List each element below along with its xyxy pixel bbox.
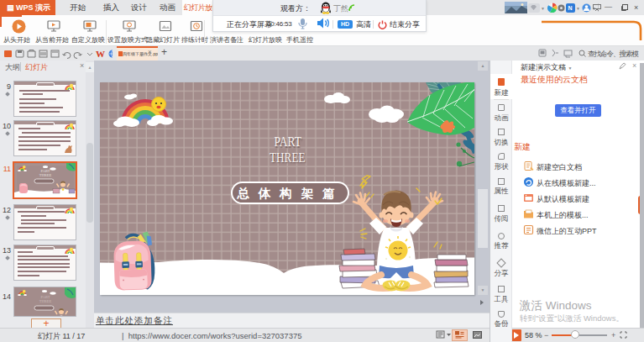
svg-text:THREE: THREE xyxy=(39,173,52,177)
svg-text:THREE: THREE xyxy=(39,299,52,303)
svg-text:总体构架篇: 总体构架篇 xyxy=(236,187,344,200)
svg-text:W: W xyxy=(96,49,105,59)
svg-text:THREE: THREE xyxy=(270,150,306,166)
svg-text:PART: PART xyxy=(275,134,302,150)
